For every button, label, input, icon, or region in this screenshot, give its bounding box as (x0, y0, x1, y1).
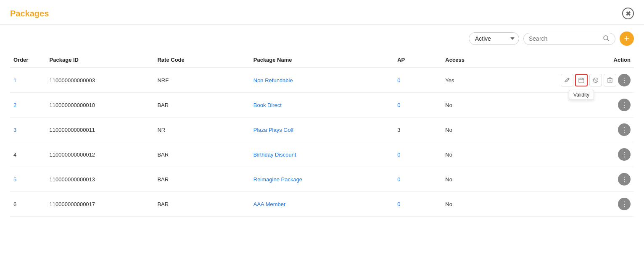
cell-access: No (442, 118, 514, 142)
cell-package-id: 110000000000010 (46, 93, 154, 118)
cell-rate-code: BAR (154, 142, 250, 167)
cell-package-name: Book Direct (250, 93, 394, 118)
trash-icon (607, 77, 612, 83)
disable-button[interactable] (589, 74, 602, 86)
cell-package-name: Non Refundable (250, 68, 394, 93)
cell-rate-code: NR (154, 118, 250, 142)
cell-access: No (442, 93, 514, 118)
cell-rate-code: NRF (154, 68, 250, 93)
col-header-order: Order (10, 52, 46, 68)
search-input[interactable] (529, 35, 602, 42)
order-link[interactable]: 5 (13, 176, 16, 183)
edit-icon (564, 77, 570, 83)
add-icon: + (624, 33, 630, 44)
cell-action: ⋮ (514, 118, 634, 142)
cell-package-name: Plaza Plays Golf (250, 118, 394, 142)
page-title: Packages (10, 9, 49, 18)
table-row: 4 110000000000012 BAR Birthday Discount … (10, 142, 634, 167)
more-button-row1[interactable]: ⋮ (618, 74, 631, 86)
cell-access: No (442, 192, 514, 217)
col-header-package-name: Package Name (250, 52, 394, 68)
more-button-row5[interactable]: ⋮ (618, 173, 631, 186)
cell-order: 6 (10, 192, 46, 217)
cell-package-name: Birthday Discount (250, 142, 394, 167)
col-header-access: Access (442, 52, 514, 68)
table-row: 3 110000000000011 NR Plaza Plays Golf 3 … (10, 118, 634, 142)
more-button-row3[interactable]: ⋮ (618, 123, 631, 136)
cell-package-name: AAA Member (250, 192, 394, 217)
cell-order: 3 (10, 118, 46, 142)
package-name-link[interactable]: AAA Member (253, 201, 286, 207)
edit-button[interactable] (561, 74, 573, 86)
col-header-rate-code: Rate Code (154, 52, 250, 68)
package-name-link[interactable]: Plaza Plays Golf (253, 127, 293, 133)
cell-access: No (442, 142, 514, 167)
close-button[interactable]: ✖ (622, 8, 634, 19)
svg-line-7 (594, 78, 597, 82)
cell-access: No (442, 167, 514, 192)
validity-tooltip: Validity (569, 90, 594, 100)
cell-ap: 0 (394, 192, 442, 217)
cell-package-id: 110000000000012 (46, 142, 154, 167)
cell-order: 2 (10, 93, 46, 118)
cell-action: ⋮ (514, 142, 634, 167)
order-link[interactable]: 1 (13, 77, 16, 84)
cell-action: ⋮ (514, 192, 634, 217)
search-icon (603, 35, 609, 41)
cell-package-name: Reimagine Package (250, 167, 394, 192)
cell-ap: 3 (394, 118, 442, 142)
cell-package-id: 110000000000011 (46, 118, 154, 142)
cell-ap: 0 (394, 68, 442, 93)
cell-package-id: 110000000000013 (46, 167, 154, 192)
status-select[interactable]: Active Inactive All (469, 32, 519, 45)
table-row: 1 110000000000003 NRF Non Refundable 0 Y… (10, 68, 634, 93)
more-button-row4[interactable]: ⋮ (618, 148, 631, 161)
package-name-link[interactable]: Non Refundable (253, 77, 293, 84)
package-name-link[interactable]: Birthday Discount (253, 152, 296, 158)
package-name-link[interactable]: Reimagine Package (253, 176, 302, 183)
cell-action: ⋮ (514, 167, 634, 192)
cell-action: Validity (514, 68, 634, 93)
cell-access: Yes (442, 68, 514, 93)
cell-package-id: 110000000000017 (46, 192, 154, 217)
search-icon-button[interactable] (602, 35, 610, 42)
cell-order: 1 (10, 68, 46, 93)
order-link[interactable]: 2 (13, 102, 16, 108)
table-row: 6 110000000000017 BAR AAA Member 0 No ⋮ (10, 192, 634, 217)
cell-rate-code: BAR (154, 167, 250, 192)
table-row: 5 110000000000013 BAR Reimagine Package … (10, 167, 634, 192)
package-name-link[interactable]: Book Direct (253, 102, 282, 108)
svg-line-1 (607, 39, 609, 41)
cell-ap: 0 (394, 142, 442, 167)
more-button-row6[interactable]: ⋮ (618, 198, 631, 210)
ban-icon (593, 77, 599, 83)
col-header-package-id: Package ID (46, 52, 154, 68)
delete-button[interactable] (604, 74, 616, 86)
svg-rect-8 (608, 78, 612, 83)
cell-package-id: 110000000000003 (46, 68, 154, 93)
cell-ap: 0 (394, 167, 442, 192)
calendar-icon (578, 77, 584, 83)
more-button-row2[interactable]: ⋮ (618, 99, 631, 111)
col-header-action: Action (514, 52, 634, 68)
cell-order: 4 (10, 142, 46, 167)
cell-ap: 0 (394, 93, 442, 118)
validity-button[interactable] (575, 74, 588, 86)
table-row: 2 110000000000010 BAR Book Direct 0 No ⋮ (10, 93, 634, 118)
cell-rate-code: BAR (154, 93, 250, 118)
col-header-ap: AP (394, 52, 442, 68)
svg-rect-2 (579, 78, 584, 83)
cell-rate-code: BAR (154, 192, 250, 217)
cell-order: 5 (10, 167, 46, 192)
order-link[interactable]: 3 (13, 127, 16, 133)
add-button[interactable]: + (620, 31, 634, 46)
